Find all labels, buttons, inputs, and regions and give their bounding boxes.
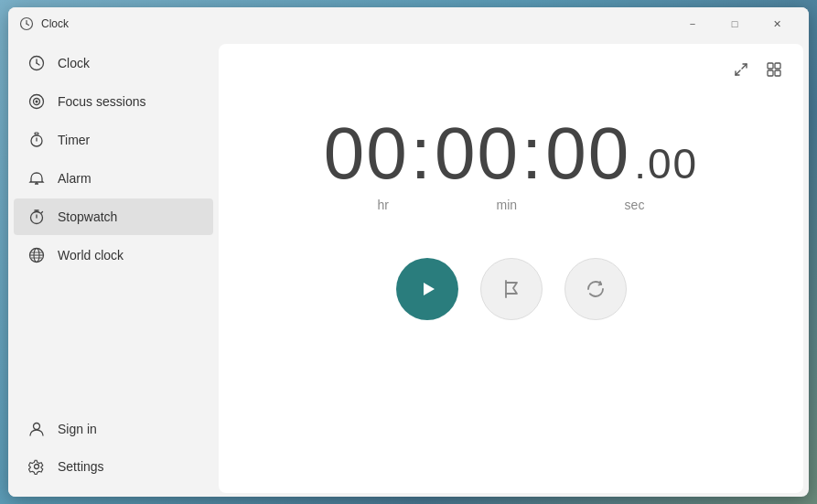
sidebar-item-focus[interactable]: Focus sessions [14,83,213,120]
worldclock-icon [28,247,45,263]
sidebar-item-signin[interactable]: Sign in [14,411,112,447]
title-bar-controls: − □ ✕ [672,9,798,38]
svg-line-26 [742,64,747,69]
svg-point-24 [35,465,39,469]
sidebar-item-signin-label: Sign in [58,422,97,436]
svg-line-2 [27,24,29,26]
expand-button[interactable] [726,55,756,84]
compact-view-button[interactable] [759,55,789,84]
sidebar-item-timer-label: Timer [58,133,90,147]
svg-rect-30 [775,70,780,76]
sidebar-item-stopwatch-label: Stopwatch [58,209,117,224]
svg-point-23 [34,424,40,430]
seconds-display: 00 [545,117,630,190]
sec-label: sec [625,198,645,212]
sidebar-item-stopwatch[interactable]: Stopwatch [14,198,213,235]
separator-1: : [411,117,433,190]
svg-rect-27 [768,63,773,69]
min-label: min [497,198,518,212]
sidebar-item-clock-label: Clock [58,56,90,70]
time-display: 00 : 00 : 00 .00 [324,117,698,190]
content-area: 00 : 00 : 00 .00 hr min sec [219,44,803,493]
sidebar-item-alarm[interactable]: Alarm [14,160,213,197]
app-window: Clock − □ ✕ Clock [8,7,809,497]
signin-icon [28,421,45,437]
svg-line-25 [736,70,740,75]
sidebar: Clock Focus sessions [8,40,219,497]
clock-icon [28,55,45,71]
maximize-button[interactable]: □ [714,9,756,38]
sidebar-item-settings[interactable]: Settings [14,448,119,485]
svg-line-17 [41,212,43,214]
sidebar-spacer [8,274,219,406]
sidebar-item-timer[interactable]: Timer [14,122,213,158]
timer-icon [28,132,45,148]
minimize-button[interactable]: − [672,9,714,38]
lap-button[interactable] [480,258,543,320]
close-button[interactable]: ✕ [756,9,798,38]
settings-icon [28,458,45,475]
stopwatch-icon [28,209,45,225]
time-labels: hr min sec [324,190,698,212]
sidebar-bottom: Sign in Settings [8,406,219,493]
minutes-display: 00 [435,117,520,190]
hour-label: hr [378,198,389,212]
svg-point-8 [36,101,38,103]
hours-display: 00 [324,117,409,190]
stopwatch-display: 00 : 00 : 00 .00 hr min sec [324,117,698,212]
stopwatch-controls [396,258,627,320]
sidebar-item-clock[interactable]: Clock [14,45,213,81]
content-toolbar [726,55,789,84]
sidebar-item-focus-label: Focus sessions [58,94,145,109]
sidebar-item-worldclock[interactable]: World clock [14,237,213,273]
sidebar-item-worldclock-label: World clock [58,248,124,263]
title-bar: Clock − □ ✕ [8,7,809,40]
main-content: Clock Focus sessions [8,40,809,497]
milliseconds-display: .00 [634,143,698,185]
svg-marker-31 [424,283,435,295]
svg-rect-28 [775,63,780,69]
separator-2: : [521,117,543,190]
reset-button[interactable] [564,258,627,320]
svg-rect-9 [35,133,38,134]
alarm-icon [28,170,45,187]
sidebar-item-alarm-label: Alarm [58,171,91,186]
svg-line-5 [37,63,39,65]
svg-rect-29 [768,70,773,76]
sidebar-item-settings-label: Settings [58,459,104,474]
play-button[interactable] [396,258,458,320]
title-bar-clock-icon [19,16,34,31]
title-bar-title: Clock [41,17,672,30]
focus-icon [28,93,45,110]
